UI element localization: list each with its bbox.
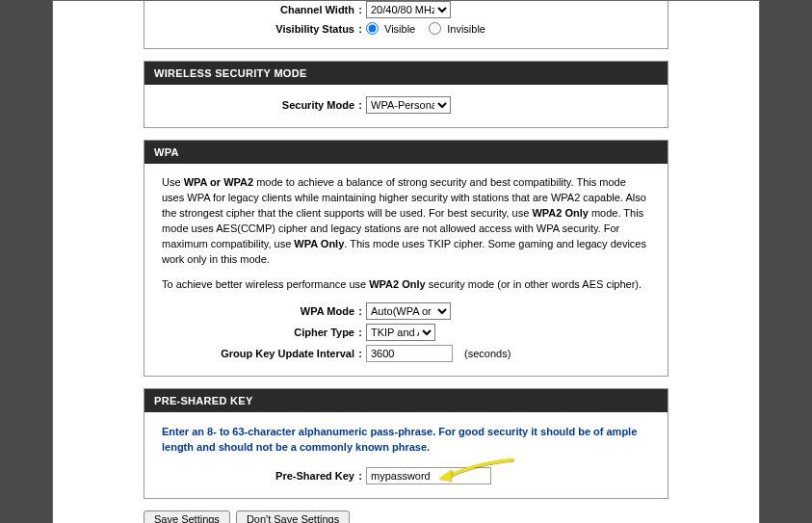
wpa-header: WPA [144, 141, 668, 164]
button-row: Save Settings Don't Save Settings [144, 510, 668, 523]
security-mode-select[interactable]: WPA-Personal [366, 96, 451, 114]
wireless-security-mode-section: WIRELESS SECURITY MODE Security Mode : W… [144, 61, 668, 128]
psk-label: Pre-Shared Key [162, 470, 354, 482]
psk-input[interactable] [366, 467, 491, 484]
pre-shared-key-section: PRE-SHARED KEY Enter an 8- to 63-charact… [144, 388, 668, 499]
wpa-description-1: Use WPA or WPA2 mode to achieve a balanc… [162, 175, 650, 268]
visibility-invisible-radio[interactable] [429, 22, 441, 35]
channel-width-select[interactable]: 20/40/80 MHz(A) [366, 1, 451, 18]
dont-save-settings-button[interactable]: Don't Save Settings [236, 510, 350, 523]
group-key-interval-input[interactable] [366, 345, 453, 362]
wpa-description-2: To achieve better wireless performance u… [162, 277, 650, 293]
group-key-interval-label: Group Key Update Interval [162, 348, 354, 359]
pre-shared-key-header: PRE-SHARED KEY [144, 389, 668, 412]
visibility-invisible-label: Invisible [447, 23, 485, 35]
wireless-basic-section: Channel Width : 20/40/80 MHz(A) Visibili… [144, 1, 668, 49]
visibility-visible-label: Visible [384, 23, 415, 35]
psk-info-text: Enter an 8- to 63-character alphanumeric… [162, 424, 650, 456]
cipher-type-label: Cipher Type [162, 327, 354, 338]
wireless-security-mode-header: WIRELESS SECURITY MODE [144, 62, 668, 85]
wpa-mode-label: WPA Mode [162, 305, 354, 317]
save-settings-button[interactable]: Save Settings [144, 510, 230, 523]
visibility-status-label: Visibility Status [162, 23, 354, 35]
group-key-interval-suffix: (seconds) [464, 348, 511, 359]
cipher-type-select[interactable]: TKIP and AES [366, 324, 435, 341]
visibility-visible-radio[interactable] [366, 22, 379, 35]
channel-width-label: Channel Width [162, 4, 354, 15]
wpa-section: WPA Use WPA or WPA2 mode to achieve a ba… [144, 140, 668, 377]
security-mode-label: Security Mode [162, 99, 354, 111]
wpa-mode-select[interactable]: Auto(WPA or WPA2) [366, 302, 451, 320]
